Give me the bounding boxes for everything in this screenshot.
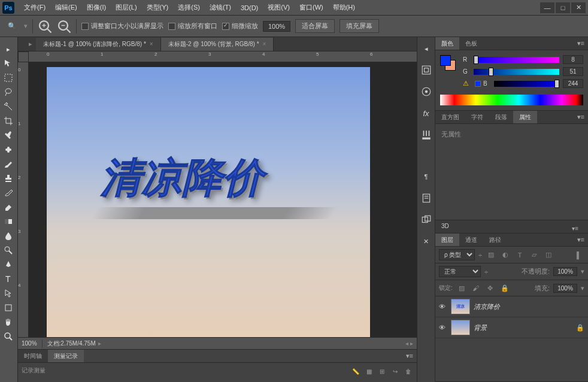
zoom-in-icon[interactable] <box>38 19 52 34</box>
foreground-color-swatch[interactable] <box>440 55 451 66</box>
type-tool[interactable]: T <box>0 272 17 286</box>
layer-name[interactable]: 清京降价 <box>474 302 500 311</box>
fx-icon[interactable]: fx <box>420 107 433 120</box>
document-tab-1[interactable]: 未标题-1 @ 100% (清凉降价, RGB/8) *× <box>36 38 161 51</box>
menu-3d[interactable]: 3D(D) <box>236 2 263 14</box>
layer-thumbnail[interactable]: 清凉 <box>451 299 470 314</box>
measure-select-points-icon[interactable]: ⊞ <box>377 366 387 376</box>
menu-view[interactable]: 视图(V) <box>263 1 295 14</box>
heal-tool[interactable] <box>0 143 17 157</box>
measure-select-all-icon[interactable]: ▦ <box>364 366 374 376</box>
g-value-input[interactable] <box>563 67 583 76</box>
fill-screen-button[interactable]: 填充屏幕 <box>340 19 379 33</box>
properties-tab[interactable]: 属性 <box>513 111 537 123</box>
filter-adjust-icon[interactable]: ◐ <box>500 250 511 260</box>
menu-type[interactable]: 类型(Y) <box>142 1 174 14</box>
brush-presets-icon[interactable] <box>420 85 433 98</box>
lasso-tool[interactable] <box>0 85 17 99</box>
ruler-horizontal[interactable]: 0 1 2 3 4 5 6 <box>29 51 417 62</box>
crop-tool[interactable] <box>0 114 17 128</box>
paragraph-styles-icon[interactable]: ¶ <box>420 170 433 183</box>
menu-filter[interactable]: 滤镜(T) <box>205 1 236 14</box>
r-value-input[interactable] <box>563 55 583 64</box>
expand-tools-icon[interactable]: ▸ <box>0 42 17 56</box>
lock-transparent-icon[interactable]: ▨ <box>456 283 467 293</box>
close-tab-icon[interactable]: × <box>150 41 153 47</box>
histogram-tab[interactable]: 直方图 <box>435 111 465 123</box>
dodge-tool[interactable] <box>0 243 17 257</box>
canvas[interactable]: 清凉降价 <box>47 67 370 337</box>
close-tab-icon[interactable]: × <box>263 41 266 47</box>
menu-select[interactable]: 选择(S) <box>173 1 205 14</box>
menu-layer[interactable]: 图层(L) <box>111 1 141 14</box>
brushes-icon[interactable] <box>420 128 433 141</box>
filter-pixel-icon[interactable]: ▨ <box>486 250 496 260</box>
menu-edit[interactable]: 编辑(E) <box>50 1 82 14</box>
ruler-vertical[interactable]: 0 1 2 3 4 5 <box>18 62 29 337</box>
zoom-out-icon[interactable] <box>57 19 71 34</box>
zoom-tool-icon[interactable]: 🔍 <box>5 19 19 34</box>
menu-file[interactable]: 文件(F) <box>19 1 50 14</box>
close-button[interactable]: ✕ <box>571 2 586 13</box>
layer-visibility-icon[interactable]: 👁 <box>439 303 447 310</box>
brush-tool[interactable] <box>0 157 17 171</box>
menu-help[interactable]: 帮助(H) <box>328 1 360 14</box>
lock-position-icon[interactable]: ✥ <box>485 283 496 293</box>
marquee-tool[interactable] <box>0 71 17 85</box>
layer-row-text[interactable]: 👁 清凉 清京降价 <box>435 296 588 317</box>
g-slider[interactable] <box>474 69 559 75</box>
maximize-button[interactable]: □ <box>556 2 570 13</box>
blur-tool[interactable] <box>0 229 17 243</box>
filter-type-icon[interactable]: T <box>514 250 525 260</box>
path-select-tool[interactable] <box>0 286 17 301</box>
b-value-input[interactable] <box>563 79 583 88</box>
move-tool[interactable] <box>0 56 17 71</box>
layer-name[interactable]: 背景 <box>474 323 487 332</box>
r-slider[interactable] <box>474 57 559 63</box>
menu-image[interactable]: 图像(I) <box>82 1 111 14</box>
zoom-all-checkbox[interactable]: 缩放所有窗口 <box>168 22 217 31</box>
props-panel-menu-icon[interactable]: ▾≡ <box>574 111 588 123</box>
notes-icon[interactable] <box>420 192 433 205</box>
blend-mode-select[interactable]: 正常 <box>439 266 481 277</box>
3d-panel-menu-icon[interactable]: ▾≡ <box>568 223 582 231</box>
fit-screen-button[interactable]: 适合屏幕 <box>295 19 335 33</box>
tool-presets-icon[interactable]: ✕ <box>420 235 433 248</box>
layers-panel-menu-icon[interactable]: ▾≡ <box>574 234 588 246</box>
character-tab[interactable]: 字符 <box>465 111 489 123</box>
measure-tab[interactable]: 测量记录 <box>48 350 84 362</box>
lock-all-icon[interactable]: 🔒 <box>499 283 510 293</box>
shape-tool[interactable] <box>0 301 17 315</box>
history-brush-tool[interactable] <box>0 186 17 200</box>
pen-tool[interactable] <box>0 257 17 272</box>
eyedropper-tool[interactable] <box>0 128 17 143</box>
layer-visibility-icon[interactable]: 👁 <box>439 324 447 331</box>
zoom-level-input[interactable] <box>263 21 290 32</box>
gradient-tool[interactable] <box>0 214 17 229</box>
status-docsize[interactable]: 文档:2.75M/4.75M <box>47 339 96 348</box>
filter-shape-icon[interactable]: ▱ <box>529 250 539 260</box>
history-icon[interactable] <box>420 63 433 77</box>
clone-source-icon[interactable] <box>420 213 433 226</box>
color-tab[interactable]: 颜色 <box>435 37 459 50</box>
paths-tab[interactable]: 路径 <box>483 234 507 246</box>
wand-tool[interactable] <box>0 99 17 114</box>
layer-thumbnail[interactable] <box>451 320 470 335</box>
hand-tool[interactable] <box>0 315 17 329</box>
color-panel-menu-icon[interactable]: ▾≡ <box>574 37 588 50</box>
b-slider[interactable] <box>494 81 559 87</box>
measure-trash-icon[interactable]: 🗑 <box>404 366 413 376</box>
paragraph-tab[interactable]: 段落 <box>489 111 513 123</box>
channels-tab[interactable]: 通道 <box>459 234 483 246</box>
measure-ruler-icon[interactable]: 📏 <box>351 366 360 376</box>
color-spectrum[interactable] <box>440 95 583 105</box>
stamp-tool[interactable] <box>0 171 17 186</box>
zoom-tool[interactable] <box>0 329 17 344</box>
3d-panel-tab[interactable]: 3D <box>441 223 449 231</box>
layers-tab[interactable]: 图层 <box>435 234 459 246</box>
timeline-tab[interactable]: 时间轴 <box>18 350 48 362</box>
eraser-tool[interactable] <box>0 200 17 214</box>
filter-smart-icon[interactable]: ◫ <box>543 250 554 260</box>
filter-toggle-icon[interactable]: ▌ <box>574 250 584 260</box>
gamut-warning-icon[interactable]: ⚠ <box>463 80 469 87</box>
